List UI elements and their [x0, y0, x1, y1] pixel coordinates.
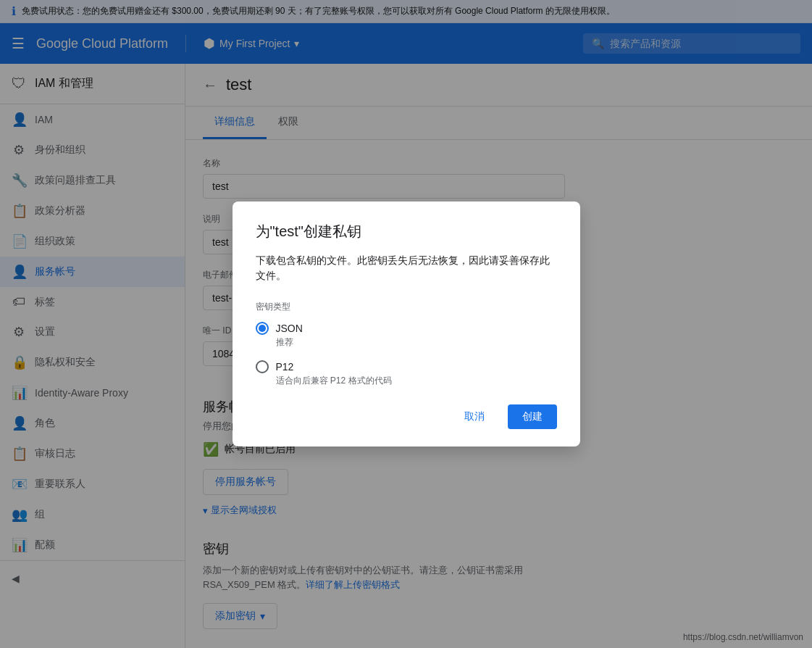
- dialog-cancel-button[interactable]: 取消: [450, 404, 499, 429]
- radio-p12-label: P12: [276, 361, 294, 373]
- dialog-actions: 取消 创建: [256, 404, 557, 429]
- radio-json-sublabel: 推荐: [276, 336, 557, 349]
- radio-option-p12: P12 适合向后兼容 P12 格式的代码: [256, 360, 557, 387]
- radio-json-label: JSON: [276, 323, 303, 334]
- radio-p12-row[interactable]: P12: [256, 360, 557, 373]
- radio-p12-button[interactable]: [256, 360, 269, 373]
- radio-json-button[interactable]: [256, 322, 269, 335]
- radio-option-json: JSON 推荐: [256, 322, 557, 349]
- radio-json-row[interactable]: JSON: [256, 322, 557, 335]
- radio-p12-sublabel: 适合向后兼容 P12 格式的代码: [276, 375, 557, 387]
- dialog-create-button[interactable]: 创建: [508, 404, 557, 429]
- dialog-desc: 下载包含私钥的文件。此密钥丢失后无法恢复，因此请妥善保存此文件。: [256, 253, 557, 283]
- dialog-title: 为"test"创建私钥: [256, 222, 557, 241]
- key-type-label: 密钥类型: [256, 301, 557, 313]
- dialog-overlay: 为"test"创建私钥 下载包含私钥的文件。此密钥丢失后无法恢复，因此请妥善保存…: [0, 0, 812, 648]
- create-private-key-dialog: 为"test"创建私钥 下载包含私钥的文件。此密钥丢失后无法恢复，因此请妥善保存…: [233, 202, 580, 446]
